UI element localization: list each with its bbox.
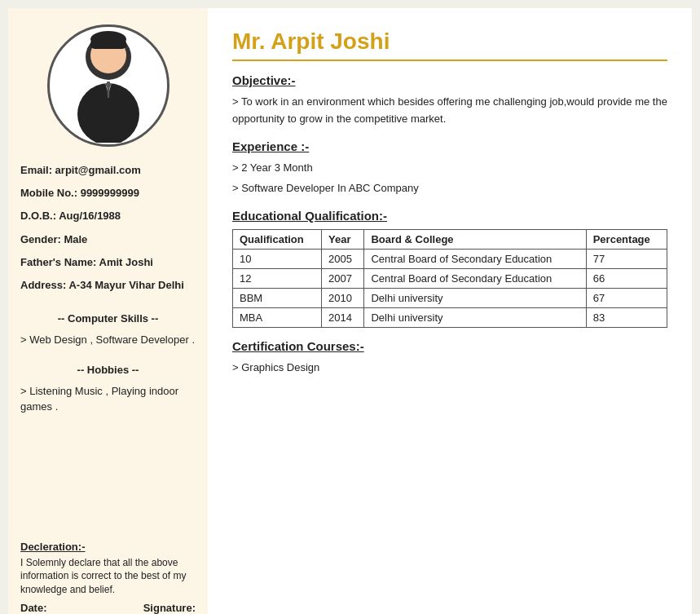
sidebar-info: Email: arpit@gmail.com Mobile No.: 99999… xyxy=(8,155,208,301)
decleration-section: Decleration:- I Solemnly declare that al… xyxy=(8,534,208,614)
decl-footer: Date: Signature: xyxy=(20,602,196,614)
table-cell: Delhi university xyxy=(364,308,586,328)
computer-skills-title: -- Computer Skills -- xyxy=(20,311,196,327)
table-cell: Central Board of Secondary Education xyxy=(364,269,586,289)
col-qualification: Qualification xyxy=(233,230,322,250)
table-cell: 77 xyxy=(586,250,667,269)
table-cell: BBM xyxy=(233,289,322,308)
experience-title: Experience :- xyxy=(232,139,667,153)
table-cell: 2010 xyxy=(322,289,364,308)
table-row: 122007Central Board of Secondary Educati… xyxy=(233,269,667,289)
objective-section: Objective:- > To work in an environment … xyxy=(232,73,667,128)
col-percentage: Percentage xyxy=(586,230,667,250)
decleration-title: Decleration:- xyxy=(20,541,196,553)
table-cell: Central Board of Secondary Education xyxy=(364,250,586,269)
table-row: BBM2010Delhi university67 xyxy=(233,289,667,308)
table-cell: 2007 xyxy=(322,269,364,289)
table-cell: 67 xyxy=(586,289,667,308)
table-cell: 2005 xyxy=(322,250,364,269)
table-row: MBA2014Delhi university83 xyxy=(233,308,667,328)
signature-label: Signature: xyxy=(143,602,196,614)
dob-info: D.O.B.: Aug/16/1988 xyxy=(20,209,196,223)
address-info: Address: A-34 Mayur Vihar Delhi xyxy=(20,278,196,293)
computer-skills-section: -- Computer Skills -- > Web Design , Sof… xyxy=(8,301,208,352)
table-cell: 12 xyxy=(233,269,322,289)
hobbies-title: -- Hobbies -- xyxy=(20,362,196,378)
objective-text: > To work in an environment which beside… xyxy=(232,94,667,128)
main-content: Mr. Arpit Joshi Objective:- > To work in… xyxy=(208,8,692,614)
col-board: Board & College xyxy=(364,230,586,250)
table-cell: 2014 xyxy=(322,308,364,328)
table-cell: Delhi university xyxy=(364,289,586,308)
date-label: Date: xyxy=(20,602,47,614)
resume-name: Mr. Arpit Joshi xyxy=(232,29,667,55)
table-cell: 66 xyxy=(586,269,667,289)
edu-section: Educational Qualification:- Qualificatio… xyxy=(232,209,667,328)
col-year: Year xyxy=(322,230,364,250)
experience-line-2: > Software Developer In ABC Company xyxy=(232,180,667,197)
cert-text: > Graphics Design xyxy=(232,360,667,377)
table-cell: 83 xyxy=(586,308,667,328)
decleration-text: I Solemnly declare that all the above in… xyxy=(20,556,196,597)
person-icon xyxy=(59,29,157,143)
hobbies-text: > Listening Music , Playing indoor games… xyxy=(20,383,196,415)
cert-section: Certification Courses:- > Graphics Desig… xyxy=(232,339,667,377)
mobile-info: Mobile No.: 9999999999 xyxy=(20,186,196,201)
table-cell: MBA xyxy=(233,308,322,328)
father-info: Father's Name: Amit Joshi xyxy=(20,255,196,270)
name-divider xyxy=(232,60,667,61)
resume-wrapper: Email: arpit@gmail.com Mobile No.: 99999… xyxy=(8,8,692,614)
hobbies-section: -- Hobbies -- > Listening Music , Playin… xyxy=(8,352,208,420)
table-cell: 10 xyxy=(233,250,322,269)
svg-rect-3 xyxy=(90,39,126,49)
email-info: Email: arpit@gmail.com xyxy=(20,163,196,178)
table-row: 102005Central Board of Secondary Educati… xyxy=(233,250,667,269)
sidebar: Email: arpit@gmail.com Mobile No.: 99999… xyxy=(8,8,208,614)
avatar-circle xyxy=(47,24,169,147)
experience-section: Experience :- > 2 Year 3 Month > Softwar… xyxy=(232,139,667,198)
skills-text: > Web Design , Software Developer . xyxy=(20,332,196,348)
cert-title: Certification Courses:- xyxy=(232,339,667,353)
edu-title: Educational Qualification:- xyxy=(232,209,667,223)
edu-table: Qualification Year Board & College Perce… xyxy=(232,229,667,328)
edu-header-row: Qualification Year Board & College Perce… xyxy=(233,230,667,250)
objective-title: Objective:- xyxy=(232,73,667,87)
avatar-area xyxy=(8,8,208,155)
gender-info: Gender: Male xyxy=(20,232,196,247)
experience-line-1: > 2 Year 3 Month xyxy=(232,160,667,177)
